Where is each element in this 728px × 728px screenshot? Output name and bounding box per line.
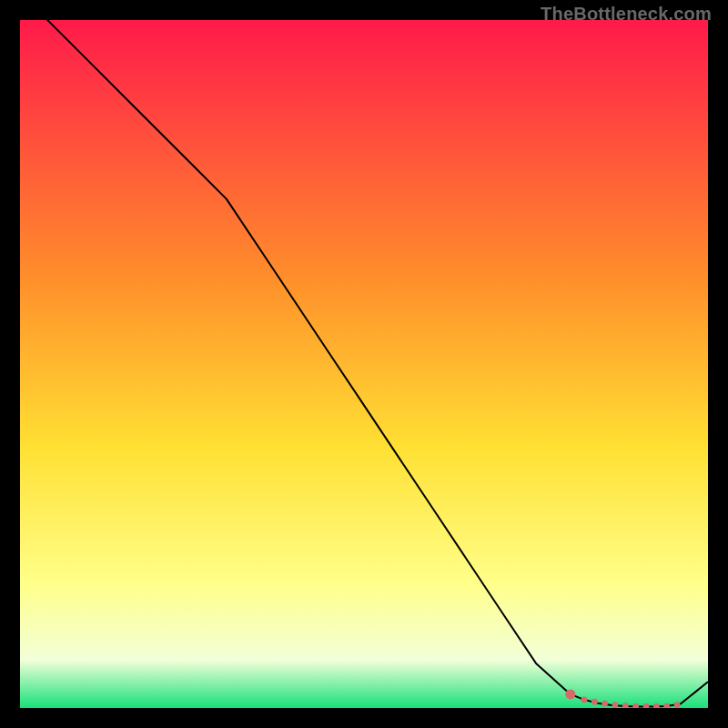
optimal-marker <box>674 702 681 708</box>
gradient-background <box>20 20 708 708</box>
optimal-marker <box>602 701 608 707</box>
optimal-marker <box>592 699 598 705</box>
optimal-marker <box>612 702 619 708</box>
chart-plot <box>20 20 708 708</box>
watermark-text: TheBottleneck.com <box>541 4 712 25</box>
optimal-marker <box>565 689 575 699</box>
chart-stage: TheBottleneck.com <box>0 0 728 728</box>
optimal-marker <box>581 697 588 703</box>
